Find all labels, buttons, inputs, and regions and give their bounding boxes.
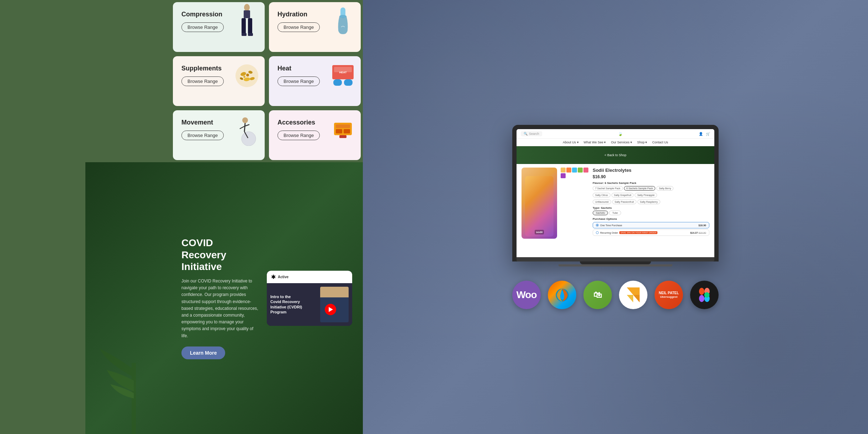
menu-shop[interactable]: Shop ▾: [637, 141, 647, 144]
flavour-passionfruit[interactable]: Salty Passionfruit: [612, 200, 636, 204]
movement-image: [233, 114, 261, 146]
radio-onetime: [596, 224, 599, 227]
laptop-nav: 🔍 Search 🍃 👤 🛒: [517, 129, 714, 139]
tool-framer[interactable]: [619, 281, 647, 309]
flavour-salty-berry[interactable]: Salty Berry: [656, 186, 673, 191]
play-button[interactable]: [325, 304, 336, 315]
flavour-salty-citrus[interactable]: Salty Citrus: [593, 193, 610, 197]
svg-point-43: [704, 292, 710, 298]
laptop-hero-banner: < Back to Shop: [517, 146, 714, 164]
movement-title: Movement: [181, 119, 224, 126]
svg-marker-37: [627, 295, 633, 302]
swatch-yellow[interactable]: [561, 168, 566, 173]
supplements-title: Supplements: [181, 65, 224, 72]
swatch-orange[interactable]: [566, 168, 571, 173]
purchase-option-recurring[interactable]: Recurring Order SAVE 15% ON YOUR FIRST O…: [593, 229, 709, 236]
search-bar[interactable]: 🔍 Search: [521, 131, 542, 136]
video-header: ✱ Active: [267, 271, 352, 283]
flavour-6sachet[interactable]: 6 Sachets Sample Pack: [624, 186, 655, 191]
menu-about[interactable]: About Us ▾: [563, 141, 579, 144]
menu-what-we-see[interactable]: What We See ▾: [584, 141, 606, 144]
svg-rect-4: [242, 33, 247, 36]
video-logo-text: Active: [278, 275, 289, 279]
compression-browse-btn[interactable]: Browse Range: [181, 22, 224, 32]
swatch-pink[interactable]: [583, 168, 588, 173]
heat-title: Heat: [277, 65, 320, 72]
compression-title: Compression: [181, 11, 224, 18]
flavour-tags-row3: Unflavoured Salty Passionfruit Salty Ras…: [593, 200, 709, 204]
flavour-raspberry[interactable]: Salty Raspberry: [637, 200, 660, 204]
swatch-blue[interactable]: [572, 168, 577, 173]
purchase-option-onetime[interactable]: One Time Purchase $16.90: [593, 222, 709, 228]
flavour-salty-grapefruit[interactable]: Salty Grapefruit: [612, 193, 634, 197]
flavour-tags-row2: Salty Citrus Salty Grapefruit Salty Pine…: [593, 193, 709, 197]
tool-shopify[interactable]: 🛍: [583, 281, 612, 309]
category-card-compression: Compression Browse Range: [173, 2, 265, 52]
product-price: $16.90: [593, 174, 709, 179]
svg-point-7: [339, 15, 346, 18]
svg-line-25: [240, 126, 244, 129]
hydration-title: Hydration: [277, 11, 320, 18]
flavour-salty-pineapple[interactable]: Salty Pineapple: [635, 193, 657, 197]
framer-icon: [627, 287, 640, 302]
laptop-screen: 🔍 Search 🍃 👤 🛒 About Us ▾ What We See ▾: [517, 129, 714, 257]
nav-icons: 👤 🛒: [699, 132, 710, 136]
product-brand-label: sodii: [535, 230, 544, 234]
accessories-image: [329, 114, 357, 146]
figma-icon: [699, 288, 710, 302]
recurring-badge: SAVE 15% ON YOUR FIRST ORDER: [619, 231, 657, 234]
menu-contact[interactable]: Contact Us: [652, 141, 668, 144]
right-panel: 🔍 Search 🍃 👤 🛒 About Us ▾ What We See ▾: [363, 0, 868, 434]
menu-our-services[interactable]: Our Services ▾: [611, 141, 632, 144]
movement-browse-btn[interactable]: Browse Range: [181, 131, 224, 140]
svg-point-21: [242, 132, 256, 146]
purchase-options-label: Purchase Options: [593, 217, 709, 221]
svg-rect-31: [339, 135, 346, 138]
covid-description: Join our COVID Recovery Initiative to na…: [181, 278, 260, 339]
accessories-browse-btn[interactable]: Browse Range: [277, 131, 320, 140]
supplements-browse-btn[interactable]: Browse Range: [181, 76, 224, 86]
tool-figma[interactable]: [690, 281, 719, 309]
flavour-7sachet[interactable]: 7 Sachet Sample Pack: [593, 186, 623, 191]
laptop-stand: [580, 261, 651, 264]
play-icon: [329, 307, 333, 312]
tool-ubersuggest[interactable]: NEIL PATEL Ubersuggest: [655, 281, 683, 309]
tool-firefox[interactable]: [548, 281, 576, 309]
flavour-tags-row1: 7 Sachet Sample Pack 6 Sachets Sample Pa…: [593, 186, 709, 191]
svg-marker-38: [633, 295, 640, 302]
covid-section: COVID Recovery Initiative Join our COVID…: [85, 162, 363, 434]
type-sachets[interactable]: Sachets: [593, 211, 608, 215]
supplements-image: [233, 60, 261, 92]
swatch-purple[interactable]: [561, 173, 566, 178]
svg-rect-5: [248, 33, 253, 36]
color-swatches: [561, 168, 589, 239]
category-card-movement: Movement Browse Range: [173, 110, 265, 160]
category-card-heat: Heat Browse Range HEAT: [269, 56, 361, 106]
category-grid: Compression Browse Range: [85, 0, 363, 162]
product-image: sodii: [522, 168, 557, 239]
hydration-browse-btn[interactable]: Browse Range: [277, 22, 320, 32]
tool-woo[interactable]: Woo: [512, 281, 541, 309]
type-tube[interactable]: Tube: [609, 211, 621, 215]
tools-row: Woo 🛍: [512, 281, 719, 309]
svg-point-14: [246, 74, 249, 76]
radio-recurring: [596, 231, 599, 234]
video-thumbnail[interactable]: ✱ Active Intro to the Covid Recovery Ini…: [267, 271, 352, 326]
heat-browse-btn[interactable]: Browse Range: [277, 76, 320, 86]
svg-rect-18: [333, 79, 342, 86]
learn-more-button[interactable]: Learn More: [181, 346, 225, 359]
covid-content: COVID Recovery Initiative Join our COVID…: [181, 237, 267, 359]
flavour-unflavoured[interactable]: Unflavoured: [593, 200, 611, 204]
video-title: Intro to the Covid Recovery Initiative (…: [270, 294, 302, 314]
covid-title: COVID Recovery Initiative: [181, 237, 260, 273]
type-tags: Sachets Tube: [593, 211, 709, 215]
laptop-menu: About Us ▾ What We See ▾ Our Services ▾ …: [517, 139, 714, 146]
swatch-green[interactable]: [578, 168, 583, 173]
laptop-body: 🔍 Search 🍃 👤 🛒 About Us ▾ What We See ▾: [512, 125, 719, 261]
svg-point-15: [243, 76, 245, 78]
laptop-bottom: [559, 264, 672, 266]
category-card-hydration: Hydration Browse Range: [269, 2, 361, 52]
svg-text:🛍: 🛍: [593, 290, 602, 300]
search-icon: 🔍: [524, 132, 528, 136]
svg-rect-3: [248, 18, 252, 34]
